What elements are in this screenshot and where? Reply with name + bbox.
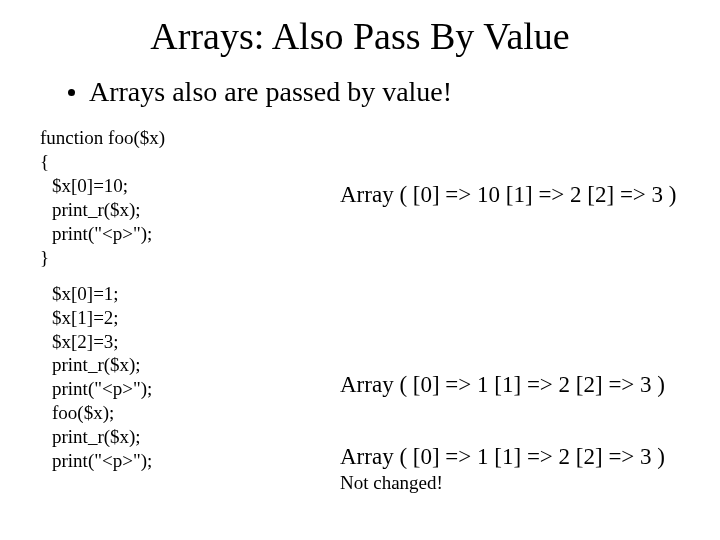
code-line: function foo($x) <box>40 126 340 150</box>
code-line: $x[0]=1; <box>40 282 340 306</box>
code-line: print("<p>"); <box>40 377 340 401</box>
code-line: $x[0]=10; <box>40 174 340 198</box>
content-columns: function foo($x) { $x[0]=10; print_r($x)… <box>40 126 680 473</box>
slide-title: Arrays: Also Pass By Value <box>40 14 680 58</box>
code-column: function foo($x) { $x[0]=10; print_r($x)… <box>40 126 340 473</box>
output-line-1: Array ( [0] => 10 [1] => 2 [2] => 3 ) <box>340 182 677 208</box>
code-line: $x[1]=2; <box>40 306 340 330</box>
bullet-item: Arrays also are passed by value! <box>68 76 680 108</box>
output-line-2: Array ( [0] => 1 [1] => 2 [2] => 3 ) <box>340 372 665 398</box>
output-note: Not changed! <box>340 472 665 494</box>
bullet-dot-icon <box>68 89 75 96</box>
slide: Arrays: Also Pass By Value Arrays also a… <box>0 0 720 493</box>
code-line: print_r($x); <box>40 425 340 449</box>
code-line: print_r($x); <box>40 353 340 377</box>
code-line: foo($x); <box>40 401 340 425</box>
output-block-3: Array ( [0] => 1 [1] => 2 [2] => 3 ) Not… <box>340 444 665 494</box>
code-line: print("<p>"); <box>40 222 340 246</box>
code-line: $x[2]=3; <box>40 330 340 354</box>
spacer <box>40 270 340 282</box>
bullet-text: Arrays also are passed by value! <box>89 76 452 107</box>
code-line: { <box>40 150 340 174</box>
output-column: Array ( [0] => 10 [1] => 2 [2] => 3 ) Ar… <box>340 126 680 473</box>
code-line: print_r($x); <box>40 198 340 222</box>
code-line: } <box>40 246 340 270</box>
code-line: print("<p>"); <box>40 449 340 473</box>
output-line-3: Array ( [0] => 1 [1] => 2 [2] => 3 ) <box>340 444 665 470</box>
